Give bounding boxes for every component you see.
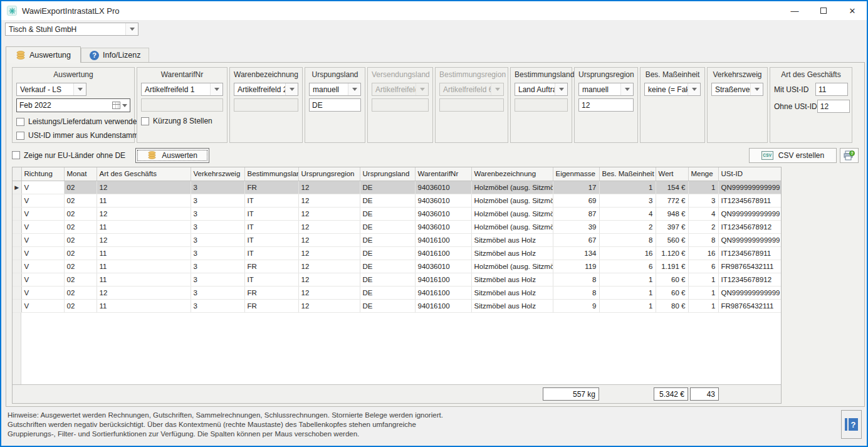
table-cell[interactable]: 8	[599, 233, 656, 246]
table-cell[interactable]: DE	[360, 220, 415, 233]
row-indicator-header[interactable]	[13, 167, 21, 181]
column-header[interactable]: Ursprungsregion	[298, 167, 360, 181]
column-header[interactable]: Art des Geschäfts	[97, 167, 191, 181]
table-cell[interactable]: 1	[688, 286, 718, 299]
chevron-down-icon[interactable]	[620, 83, 633, 95]
table-cell[interactable]: 94016100	[415, 233, 471, 246]
table-cell[interactable]: 94016100	[415, 246, 471, 260]
row-indicator-cell[interactable]	[13, 207, 21, 220]
table-cell[interactable]: V	[21, 194, 64, 207]
table-cell[interactable]: 39	[553, 220, 599, 233]
table-cell[interactable]: 12	[298, 246, 360, 260]
table-cell[interactable]: FR	[244, 260, 298, 273]
table-cell[interactable]: Sitzmöbel aus Holz	[471, 233, 553, 246]
leistungsdatum-checkbox[interactable]: Leistungs/Lieferdatum verwenden	[16, 117, 130, 126]
table-cell[interactable]: 560 €	[656, 233, 688, 246]
table-cell[interactable]: DE	[360, 273, 415, 286]
table-cell[interactable]: Holzmöbel (ausg. Sitzmöbel)	[471, 260, 553, 273]
table-cell[interactable]: 8	[688, 233, 718, 246]
table-cell[interactable]: 02	[64, 207, 97, 220]
column-header[interactable]: Monat	[64, 167, 97, 181]
kuerzung-checkbox[interactable]: Kürzung 8 Stellen	[141, 117, 223, 125]
table-cell[interactable]: 3	[191, 260, 244, 273]
table-cell[interactable]: 11	[97, 299, 191, 312]
table-cell[interactable]: V	[21, 220, 64, 233]
table-cell[interactable]: Holzmöbel (ausg. Sitzmöbel)	[471, 194, 553, 207]
table-cell[interactable]: QN999999999999	[718, 181, 781, 194]
auswerten-button[interactable]: Auswerten	[135, 148, 209, 163]
table-cell[interactable]: 6	[688, 260, 718, 273]
table-row[interactable]: V02123FR12DE94016100Sitzmöbel aus Holz81…	[13, 286, 781, 299]
table-cell[interactable]: IT	[244, 233, 298, 246]
table-cell[interactable]: DE	[360, 181, 415, 194]
chevron-down-icon[interactable]	[122, 104, 127, 107]
table-cell[interactable]: 134	[553, 246, 599, 260]
table-cell[interactable]: 2	[688, 220, 718, 233]
maximize-button[interactable]	[809, 1, 838, 20]
table-cell[interactable]: V	[21, 246, 64, 260]
table-cell[interactable]: 80 €	[656, 299, 688, 312]
table-cell[interactable]: 11	[97, 194, 191, 207]
table-row[interactable]: ▶V02123FR12DE94036010Holzmöbel (ausg. Si…	[13, 181, 781, 194]
table-row[interactable]: V02113IT12DE94016100Sitzmöbel aus Holz13…	[13, 246, 781, 260]
row-indicator-cell[interactable]	[13, 194, 21, 207]
verkehrszweig-select[interactable]: Straßenverk...	[711, 83, 763, 96]
table-cell[interactable]: IT12345678912	[718, 220, 781, 233]
column-header[interactable]: Ursprungsland	[360, 167, 415, 181]
table-cell[interactable]: 02	[64, 194, 97, 207]
table-cell[interactable]: IT	[244, 194, 298, 207]
table-cell[interactable]: 1	[599, 273, 656, 286]
table-cell[interactable]: IT	[244, 273, 298, 286]
tab-auswertung[interactable]: Auswertung	[6, 46, 81, 63]
table-cell[interactable]: FR98765432111	[718, 299, 781, 312]
chevron-down-icon[interactable]	[348, 83, 360, 95]
table-cell[interactable]: 02	[64, 181, 97, 194]
table-cell[interactable]: 12	[298, 207, 360, 220]
auswertung-mode-select[interactable]: Verkauf - LS	[16, 83, 86, 96]
row-indicator-cell[interactable]: ▶	[13, 181, 21, 194]
mit-ustid-input[interactable]	[815, 83, 848, 96]
table-cell[interactable]: 17	[553, 181, 599, 194]
table-cell[interactable]: 8	[553, 286, 599, 299]
table-cell[interactable]: 69	[553, 194, 599, 207]
table-cell[interactable]: 11	[97, 273, 191, 286]
table-cell[interactable]: Sitzmöbel aus Holz	[471, 299, 553, 312]
table-cell[interactable]: DE	[360, 299, 415, 312]
table-cell[interactable]: 3	[191, 181, 244, 194]
column-header[interactable]: Richtung	[21, 167, 64, 181]
table-cell[interactable]: 02	[64, 286, 97, 299]
bestimmungsland-source-select[interactable]: Land Auftrag	[515, 83, 568, 96]
table-cell[interactable]: QN999999999999	[718, 233, 781, 246]
table-cell[interactable]: 11	[97, 220, 191, 233]
minimize-button[interactable]: —	[780, 1, 809, 20]
ohne-ustid-input[interactable]	[817, 100, 850, 113]
table-cell[interactable]: 1	[599, 299, 656, 312]
table-cell[interactable]: 02	[64, 246, 97, 260]
table-cell[interactable]: 94016100	[415, 299, 471, 312]
column-header[interactable]: Warenbezeichnung	[471, 167, 553, 181]
table-row[interactable]: V02113IT12DE94036010Holzmöbel (ausg. Sit…	[13, 194, 781, 207]
table-cell[interactable]: 67	[553, 233, 599, 246]
ursprungsregion-source-select[interactable]: manuell	[578, 83, 634, 96]
column-header[interactable]: Wert	[656, 167, 688, 181]
table-cell[interactable]: 948 €	[656, 207, 688, 220]
table-cell[interactable]: 3	[599, 194, 656, 207]
table-cell[interactable]: 1	[599, 286, 656, 299]
row-indicator-cell[interactable]	[13, 286, 21, 299]
ursprungsregion-value-input[interactable]	[578, 98, 634, 112]
table-cell[interactable]: V	[21, 273, 64, 286]
table-cell[interactable]: 60 €	[656, 273, 688, 286]
table-cell[interactable]: QN999999999999	[718, 207, 781, 220]
table-cell[interactable]: 12	[298, 233, 360, 246]
chevron-down-icon[interactable]	[73, 83, 86, 95]
table-cell[interactable]: IT12345678912	[718, 273, 781, 286]
table-cell[interactable]: V	[21, 260, 64, 273]
table-cell[interactable]: DE	[360, 207, 415, 220]
table-cell[interactable]: IT12345678911	[718, 246, 781, 260]
table-cell[interactable]: V	[21, 181, 64, 194]
table-cell[interactable]: 6	[599, 260, 656, 273]
table-cell[interactable]: IT	[244, 246, 298, 260]
column-header[interactable]: Bes. Maßeinheit	[599, 167, 656, 181]
table-cell[interactable]: 119	[553, 260, 599, 273]
table-cell[interactable]: 12	[298, 286, 360, 299]
